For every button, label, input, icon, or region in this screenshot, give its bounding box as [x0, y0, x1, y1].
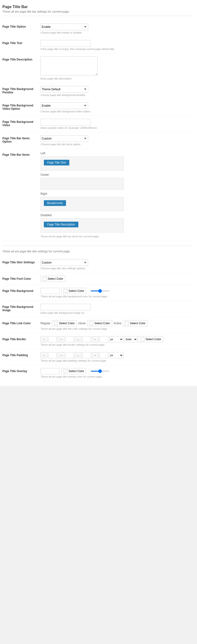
page-title-bg-image-input[interactable]	[40, 304, 90, 310]
link-active-btn-label: Select Color	[130, 322, 145, 325]
border-down-input[interactable]	[82, 336, 91, 342]
bar-disabled-area[interactable]: Page Title Description	[40, 218, 124, 232]
chip-breadcrumb[interactable]: Breadcrumb	[44, 200, 66, 206]
page-title-text-field: If this page title is empty, then showin…	[40, 40, 192, 50]
page-title-bar-items-field: Left Page Title Text Center Right Breadc…	[40, 152, 192, 238]
page-title-bg-btn-label: Select Color	[68, 289, 84, 292]
page-title-bg-video-label: Page Title Background Video	[2, 119, 40, 127]
page-title-option-select[interactable]: Enable Disable	[40, 24, 88, 30]
page-title-bar-items-option-select[interactable]: Custom Theme Default	[40, 135, 88, 142]
page-title-font-color-btn-label: Select Color	[48, 277, 63, 280]
chip-page-title-text[interactable]: Page Title Text	[44, 160, 69, 166]
page-title-option-row: Page Title Option Enable Disable Choose …	[2, 21, 192, 37]
bar-right-label: Right	[40, 192, 192, 196]
page-title-description-textarea[interactable]	[40, 56, 98, 76]
section-separator	[2, 245, 192, 246]
page-title-text-help: If this page title is empty, then showin…	[40, 48, 192, 50]
page-title-bg-video-help: Enter youtube video ID. Example: ZD9tm3R…	[40, 126, 192, 129]
border-right-arrow: →	[58, 336, 64, 342]
page-title-skin-label: Page Title Skin Settings	[2, 259, 40, 264]
link-regular-color-btn[interactable]: Select Color	[52, 320, 77, 326]
page-title-bg-video-option-help: Choose page title background video optio…	[40, 110, 192, 113]
page-title-text-label: Page Title Text	[2, 40, 40, 45]
page-title-bar-items-option-label: Page Title Bar Items Option	[2, 135, 40, 143]
page-title-padding-help: These all are page title padding setting…	[40, 359, 192, 362]
page-title-bar-items-option-row: Page Title Bar Items Option Custom Theme…	[2, 132, 192, 149]
page-title: Page Title Bar	[2, 5, 192, 9]
link-active-swatch	[125, 322, 129, 325]
overlay-slider-wrap	[90, 371, 110, 372]
page-title-border-field: ↑ → ↓ ← px em % Solid Dashed Dotted None	[40, 336, 192, 346]
border-unit-select[interactable]: px em %	[109, 336, 124, 342]
border-up-arrow: ↑	[40, 336, 47, 342]
link-color-controls: Regular Select Color Hover Select Color …	[40, 320, 192, 326]
page-title-bar-header: Page Title Bar These all are page title …	[2, 5, 192, 16]
page-title-bg-slider-wrap	[90, 290, 110, 292]
page-title-skin-select[interactable]: Custom Theme Default	[40, 259, 88, 266]
page-title-border-label: Page Title Border	[2, 336, 40, 341]
page-title-border-row: Page Title Border ↑ → ↓ ← px em % Solid …	[2, 333, 192, 349]
page-title-bg-parallax-help: Choose page title background parallax.	[40, 94, 192, 96]
page-title-text-row: Page Title Text If this page title is em…	[2, 37, 192, 54]
border-controls: ↑ → ↓ ← px em % Solid Dashed Dotted None	[40, 336, 192, 342]
border-left-arrow: ←	[92, 336, 98, 342]
page-title-bg-preview	[40, 288, 60, 294]
bar-center-area[interactable]	[40, 178, 124, 190]
bar-right-area[interactable]: Breadcrumb	[40, 197, 124, 211]
bar-left-area[interactable]: Page Title Text	[40, 156, 124, 171]
overlay-color-btn[interactable]: Select Color	[62, 368, 86, 374]
page-title-bar-items-label: Page Title Bar Items	[2, 152, 40, 156]
padding-left-input[interactable]	[100, 352, 108, 358]
padding-unit-select[interactable]: px em %	[109, 352, 124, 358]
bar-center-label: Center	[40, 173, 192, 176]
padding-down-input[interactable]	[82, 352, 91, 358]
page-title-padding-label: Page Title Padding	[2, 352, 40, 357]
border-style-select[interactable]: Solid Dashed Dotted None	[124, 336, 138, 342]
padding-left-arrow: ←	[92, 352, 98, 358]
overlay-slider[interactable]	[90, 371, 110, 372]
chip-page-title-description[interactable]: Page Title Description	[44, 222, 78, 227]
page-title-bg-video-option-label: Page Title Background Video Option	[2, 102, 40, 110]
page-title-overlay-help: These all are page title overlay color f…	[40, 375, 192, 378]
page-title-font-color-label: Page Title Font Color	[2, 276, 40, 280]
border-up-input[interactable]	[48, 336, 57, 342]
page-title-bg-video-input[interactable]	[40, 119, 90, 126]
overlay-controls: Select Color	[40, 368, 192, 374]
page-title-skin-help: Choose page title skin settings options.	[40, 267, 192, 270]
page-title-bg-color-swatch	[64, 289, 68, 293]
page-title-bg-controls: Select Color	[40, 288, 192, 294]
page-title-bg-parallax-row: Page Title Background Parallax Theme Def…	[2, 83, 192, 100]
link-regular-label: Regular	[40, 322, 50, 325]
page-title-overlay-field: Select Color These all are page title ov…	[40, 368, 192, 378]
link-hover-color-btn[interactable]: Select Color	[87, 320, 112, 326]
border-right-input[interactable]	[65, 336, 74, 342]
page-title-skin-row: Page Title Skin Settings Custom Theme De…	[2, 256, 192, 273]
border-left-input[interactable]	[100, 336, 108, 342]
border-color-btn-label: Select Color	[146, 338, 161, 341]
border-color-btn[interactable]: Select Color	[138, 336, 163, 342]
padding-up-arrow: ↑	[40, 352, 47, 358]
padding-right-input[interactable]	[65, 352, 74, 358]
page-subtitle: These all are page title bar settings fo…	[2, 10, 192, 13]
page-title-bg-field: Select Color These all are page title ba…	[40, 288, 192, 298]
page-title-bg-color-btn[interactable]: Select Color	[62, 288, 86, 294]
link-active-color-btn[interactable]: Select Color	[123, 320, 148, 326]
page-title-description-label: Page Title Description	[2, 56, 40, 61]
page-title-text-input[interactable]	[40, 40, 90, 47]
page-title-bg-video-row: Page Title Background Video Enter youtub…	[2, 116, 192, 132]
page-title-bar-items-help: These all are page title bar items for c…	[40, 235, 192, 238]
page-title-bg-image-field: Enter page title background image url.	[40, 304, 192, 314]
page-title-bg-slider[interactable]	[90, 290, 110, 292]
bar-left-label: Left	[40, 152, 192, 155]
page-title-bar-items-option-field: Custom Theme Default Choose page title b…	[40, 135, 192, 146]
padding-up-input[interactable]	[48, 352, 57, 358]
page-title-font-color-field: Select Color	[40, 276, 192, 282]
page-title-bg-parallax-label: Page Title Background Parallax	[2, 86, 40, 94]
page-title-option-help: Choose page title enable or disable.	[40, 31, 192, 34]
page-title-font-color-btn[interactable]: Select Color	[40, 276, 65, 282]
page-title-bar-items-option-help: Choose page title bar items option.	[40, 143, 192, 146]
page-title-bg-parallax-select[interactable]: Theme Default Enable Disable	[40, 86, 88, 92]
page-title-bg-video-option-select[interactable]: Enable Disable	[40, 102, 88, 109]
page-title-bg-row: Page Title Background Select Color These…	[2, 285, 192, 301]
page-title-link-color-field: Regular Select Color Hover Select Color …	[40, 320, 192, 330]
